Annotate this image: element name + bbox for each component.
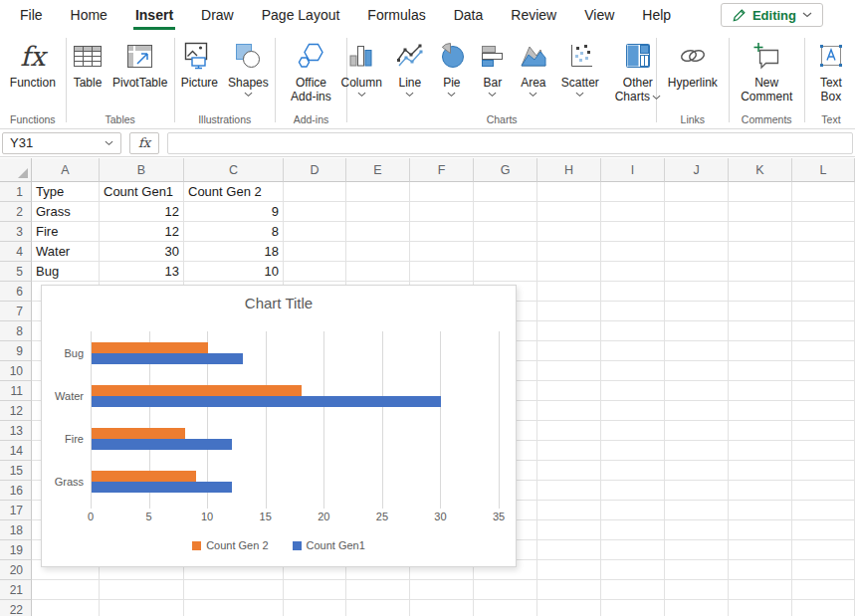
column-header-I[interactable]: I: [601, 158, 665, 182]
row-header-14[interactable]: 14: [0, 441, 32, 461]
cell-F5[interactable]: [410, 262, 474, 282]
cell-I7[interactable]: [601, 302, 665, 321]
cell-D21[interactable]: [284, 580, 346, 600]
row-header-7[interactable]: 7: [0, 302, 32, 321]
cell-J6[interactable]: [665, 282, 729, 302]
cell-G21[interactable]: [474, 580, 537, 600]
cell-C5[interactable]: 10: [184, 262, 284, 282]
cell-G3[interactable]: [474, 222, 537, 242]
cell-L21[interactable]: [792, 580, 855, 600]
cell-K18[interactable]: [729, 520, 792, 540]
menu-help[interactable]: Help: [628, 0, 685, 30]
cell-F21[interactable]: [410, 580, 474, 600]
cell-B5[interactable]: 13: [100, 262, 184, 282]
cell-L14[interactable]: [792, 441, 855, 461]
row-header-16[interactable]: 16: [0, 481, 32, 501]
cell-J4[interactable]: [665, 242, 729, 262]
cell-H1[interactable]: [537, 182, 601, 202]
cell-I13[interactable]: [601, 421, 665, 441]
cell-J20[interactable]: [665, 560, 729, 580]
column-chart-button[interactable]: Column: [336, 36, 385, 98]
cell-I18[interactable]: [601, 520, 665, 540]
cell-H9[interactable]: [537, 341, 601, 361]
cell-I20[interactable]: [601, 560, 665, 580]
cell-G1[interactable]: [474, 182, 537, 202]
cell-K12[interactable]: [729, 401, 792, 421]
cell-I9[interactable]: [601, 341, 665, 361]
row-header-13[interactable]: 13: [0, 421, 32, 441]
cell-J5[interactable]: [665, 262, 729, 282]
row-header-22[interactable]: 22: [0, 600, 32, 616]
column-header-J[interactable]: J: [665, 158, 729, 182]
cell-H8[interactable]: [537, 321, 601, 341]
cell-A5[interactable]: Bug: [32, 262, 100, 282]
cell-B4[interactable]: 30: [100, 242, 184, 262]
cell-F4[interactable]: [410, 242, 474, 262]
cell-K9[interactable]: [729, 341, 792, 361]
cell-I22[interactable]: [601, 600, 665, 616]
bar-water-gen2[interactable]: [92, 385, 302, 396]
cell-J8[interactable]: [665, 321, 729, 341]
bar-grass-gen1[interactable]: [92, 482, 232, 493]
function-button[interactable]: fx Function: [6, 36, 60, 90]
cell-C3[interactable]: 8: [184, 222, 284, 242]
cell-I8[interactable]: [601, 321, 665, 341]
cell-A3[interactable]: Fire: [32, 222, 100, 242]
cell-J10[interactable]: [665, 361, 729, 381]
cell-H21[interactable]: [537, 580, 601, 600]
cell-I19[interactable]: [601, 540, 665, 560]
bar-water-gen1[interactable]: [92, 396, 441, 407]
cell-J13[interactable]: [665, 421, 729, 441]
row-header-5[interactable]: 5: [0, 262, 32, 282]
cell-B2[interactable]: 12: [100, 202, 184, 222]
cell-L1[interactable]: [792, 182, 855, 202]
cell-H17[interactable]: [537, 501, 601, 520]
picture-button[interactable]: Picture: [177, 36, 222, 90]
cell-J22[interactable]: [665, 600, 729, 616]
cell-K6[interactable]: [729, 282, 792, 302]
cell-H5[interactable]: [537, 262, 601, 282]
cell-H10[interactable]: [537, 361, 601, 381]
chart-title[interactable]: Chart Title: [42, 295, 516, 311]
cell-E1[interactable]: [346, 182, 410, 202]
cell-L18[interactable]: [792, 520, 855, 540]
cell-L15[interactable]: [792, 461, 855, 481]
row-header-21[interactable]: 21: [0, 580, 32, 600]
table-button[interactable]: Table: [69, 36, 107, 90]
cell-L11[interactable]: [792, 381, 855, 401]
select-all-corner[interactable]: [0, 158, 32, 182]
cell-J19[interactable]: [665, 540, 729, 560]
cell-F3[interactable]: [410, 222, 474, 242]
row-header-19[interactable]: 19: [0, 540, 32, 560]
cell-H13[interactable]: [537, 421, 601, 441]
menu-review[interactable]: Review: [497, 0, 570, 30]
office-addins-button[interactable]: Office Add-ins: [281, 36, 340, 103]
cell-K2[interactable]: [729, 202, 792, 222]
cell-K22[interactable]: [729, 600, 792, 616]
cell-J3[interactable]: [665, 222, 729, 242]
line-chart-button[interactable]: Line: [392, 36, 428, 98]
row-header-8[interactable]: 8: [0, 321, 32, 341]
cell-L3[interactable]: [792, 222, 855, 242]
cell-B22[interactable]: [100, 600, 184, 616]
cell-E5[interactable]: [346, 262, 410, 282]
row-header-2[interactable]: 2: [0, 202, 32, 222]
menu-insert[interactable]: Insert: [121, 0, 187, 30]
cell-J2[interactable]: [665, 202, 729, 222]
cell-K4[interactable]: [729, 242, 792, 262]
embedded-chart[interactable]: Chart Title05101520253035BugWaterFireGra…: [41, 285, 517, 567]
cell-E22[interactable]: [346, 600, 410, 616]
column-header-F[interactable]: F: [410, 158, 474, 182]
cell-I1[interactable]: [601, 182, 665, 202]
menu-draw[interactable]: Draw: [187, 0, 248, 30]
cell-H15[interactable]: [537, 461, 601, 481]
cell-K3[interactable]: [729, 222, 792, 242]
cell-L22[interactable]: [792, 600, 855, 616]
legend-item[interactable]: Count Gen 2: [192, 539, 268, 551]
cell-K15[interactable]: [729, 461, 792, 481]
cell-I5[interactable]: [601, 262, 665, 282]
cell-G4[interactable]: [474, 242, 537, 262]
cell-E4[interactable]: [346, 242, 410, 262]
cell-I15[interactable]: [601, 461, 665, 481]
cell-A1[interactable]: Type: [32, 182, 100, 202]
